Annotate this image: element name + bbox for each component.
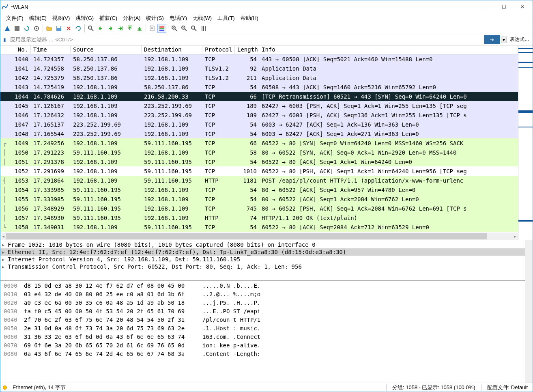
expand-icon[interactable]: ▶: [2, 250, 8, 254]
packet-list-hscroll[interactable]: ◂ ▸: [0, 233, 518, 240]
packet-row[interactable]: │105117.291378192.168.1.10959.111.160.19…: [0, 157, 518, 166]
expression-button[interactable]: 表达式…: [507, 35, 533, 44]
reload-icon[interactable]: [74, 24, 83, 33]
menu-item[interactable]: 捕获(C): [98, 15, 119, 22]
byte-line[interactable]: 0020a0 c3 ec 6a 00 50 35 c6 0a 48 a5 1d …: [4, 299, 522, 307]
cell-source: 192.168.1.109: [71, 168, 142, 174]
close-file-icon[interactable]: [64, 24, 73, 33]
detail-row[interactable]: ▶Internet Protocol Version 4, Src: 192.1…: [0, 256, 525, 263]
expand-icon[interactable]: ▶: [2, 265, 8, 269]
minimize-button[interactable]: ─: [476, 0, 494, 13]
col-no[interactable]: No.: [0, 45, 31, 54]
byte-line[interactable]: 006031 36 33 2e 63 6f 6d 0d 0a 43 6f 6e …: [4, 333, 522, 341]
packet-row[interactable]: │105017.29122359.111.160.195192.168.1.10…: [0, 148, 518, 157]
expert-info-icon[interactable]: [3, 386, 7, 390]
cell-source: 192.168.1.109: [71, 140, 142, 146]
menu-item[interactable]: 跳转(G): [74, 15, 95, 22]
zoom-in-icon[interactable]: [170, 24, 179, 33]
packet-row[interactable]: ┤105317.291864192.168.1.10959.111.160.19…: [0, 176, 518, 185]
tree-marker: ┤: [0, 177, 9, 184]
display-filter-input[interactable]: [9, 35, 484, 45]
col-source[interactable]: Source: [71, 45, 142, 54]
auto-scroll-icon[interactable]: [148, 24, 157, 33]
detail-row[interactable]: ▶Frame 1052: 1010 bytes on wire (8080 bi…: [0, 241, 525, 248]
byte-line[interactable]: 00402f 70 6c 2f 63 6f 75 6e 74 20 48 54 …: [4, 316, 522, 324]
zoom-reset-icon[interactable]: [189, 24, 198, 33]
go-forward-icon[interactable]: [106, 24, 115, 33]
filter-dropdown-button[interactable]: ▾: [501, 37, 507, 43]
byte-line[interactable]: 001003 e4 32 de 40 00 80 06 25 ee c0 a8 …: [4, 290, 522, 299]
menu-item[interactable]: 工具(T): [216, 15, 236, 22]
byte-line[interactable]: 00800a 43 6f 6e 74 65 6e 74 2d 4c 65 6e …: [4, 350, 522, 358]
detail-row[interactable]: ▶Transmission Control Protocol, Src Port…: [0, 263, 525, 270]
col-time[interactable]: Time: [31, 45, 71, 54]
shark-fin-icon[interactable]: [3, 24, 12, 33]
menu-item[interactable]: 文件(F): [4, 15, 25, 22]
menu-item[interactable]: 编辑(E): [28, 15, 48, 22]
details-vscroll[interactable]: [525, 240, 533, 281]
tree-marker: └: [0, 224, 9, 230]
cell-info: 60522 → 80 [SYN] Seq=0 Win=64240 Len=0 M…: [259, 140, 518, 146]
byte-line[interactable]: 0000d8 15 0d e3 a8 30 12 4e f7 62 d7 ef …: [4, 282, 522, 290]
expand-icon[interactable]: ▶: [2, 243, 8, 247]
go-last-icon[interactable]: [135, 24, 144, 33]
find-icon[interactable]: [86, 24, 95, 33]
packet-row[interactable]: 104214.72537958.250.137.86192.168.1.109T…: [0, 73, 518, 82]
col-length[interactable]: Length: [235, 45, 259, 54]
svg-rect-15: [159, 30, 164, 31]
byte-line[interactable]: 00502e 31 0d 0a 48 6f 73 74 3a 20 6d 75 …: [4, 324, 522, 333]
menu-item[interactable]: 统计(S): [144, 15, 165, 22]
packet-row[interactable]: 104517.126167192.168.1.109223.252.199.69…: [0, 101, 518, 110]
col-destination[interactable]: Destination: [142, 45, 202, 54]
packet-row[interactable]: │105417.33398559.111.160.195192.168.1.10…: [0, 185, 518, 194]
packet-details-pane[interactable]: ▶Frame 1052: 1010 bytes on wire (8080 bi…: [0, 240, 525, 281]
bookmark-icon[interactable]: ▮: [0, 37, 9, 43]
apply-filter-button[interactable]: ➔: [484, 35, 500, 44]
go-to-packet-icon[interactable]: [116, 24, 125, 33]
open-icon[interactable]: [45, 24, 54, 33]
menu-item[interactable]: 电话(Y): [168, 15, 189, 22]
go-back-icon[interactable]: [96, 24, 105, 33]
byte-line[interactable]: 0030fa f0 c5 45 00 00 50 4f 53 54 20 2f …: [4, 307, 522, 316]
resize-columns-icon[interactable]: [199, 24, 208, 33]
restart-icon[interactable]: [22, 24, 31, 33]
status-profile[interactable]: 配置文件: Default: [485, 384, 530, 391]
cell-protocol: TLSv1.2: [202, 75, 235, 81]
stop-icon[interactable]: [13, 24, 21, 33]
packet-row[interactable]: 104414.784626192.168.1.109216.58.200.33T…: [0, 92, 518, 101]
packet-row[interactable]: 104314.725419192.168.1.10958.250.137.86T…: [0, 82, 518, 92]
zoom-out-icon[interactable]: [180, 24, 189, 33]
close-button[interactable]: ✕: [513, 0, 532, 13]
maximize-button[interactable]: ☐: [494, 0, 513, 13]
packet-list-header[interactable]: No. Time Source Destination Protocol Len…: [0, 45, 518, 54]
cell-time: 17.291864: [31, 177, 71, 184]
packet-row[interactable]: 104114.72455858.250.137.86192.168.1.109T…: [0, 64, 518, 73]
menu-item[interactable]: 视图(V): [51, 15, 71, 22]
packet-bytes-pane[interactable]: 0000d8 15 0d e3 a8 30 12 4e f7 62 d7 ef …: [0, 281, 525, 383]
menu-item[interactable]: 帮助(H): [239, 15, 260, 22]
col-protocol[interactable]: Protocol: [202, 45, 235, 54]
colorize-icon[interactable]: [157, 24, 166, 33]
packet-row[interactable]: 105217.291699192.168.1.10959.111.160.195…: [0, 166, 518, 176]
packet-row[interactable]: │105617.34892959.111.160.195192.168.1.10…: [0, 204, 518, 213]
packet-minimap[interactable]: [518, 45, 533, 240]
packet-row[interactable]: 104817.165544223.252.199.69192.168.1.109…: [0, 129, 518, 138]
expand-icon[interactable]: ▶: [2, 257, 8, 262]
byte-line[interactable]: 007069 6f 6e 3a 20 6b 65 65 70 2d 61 6c …: [4, 341, 522, 350]
detail-row[interactable]: ▶Ethernet II, Src: 12:4e:f7:62:d7:ef (12…: [0, 248, 525, 256]
packet-row[interactable]: │105717.34893059.111.160.195192.168.1.10…: [0, 213, 518, 222]
packet-row[interactable]: 104014.72435758.250.137.86192.168.1.109T…: [0, 54, 518, 64]
col-info[interactable]: Info: [259, 45, 518, 54]
menu-item[interactable]: 分析(A): [121, 15, 142, 22]
options-icon[interactable]: [32, 24, 41, 33]
byte-addr: 0010: [4, 290, 24, 299]
packet-row[interactable]: 104617.126432192.168.1.109223.252.199.69…: [0, 110, 518, 120]
go-first-icon[interactable]: [125, 24, 134, 33]
packet-row[interactable]: └105817.349031192.168.1.10959.111.160.19…: [0, 222, 518, 232]
packet-row[interactable]: 104717.165137223.252.199.69192.168.1.109…: [0, 120, 518, 129]
save-icon[interactable]: [54, 24, 63, 33]
menu-item[interactable]: 无线(W): [191, 15, 213, 22]
bytes-vscroll[interactable]: [525, 281, 533, 383]
packet-row[interactable]: │105517.33398559.111.160.195192.168.1.10…: [0, 194, 518, 204]
packet-row[interactable]: ┌104917.249256192.168.1.10959.111.160.19…: [0, 138, 518, 148]
